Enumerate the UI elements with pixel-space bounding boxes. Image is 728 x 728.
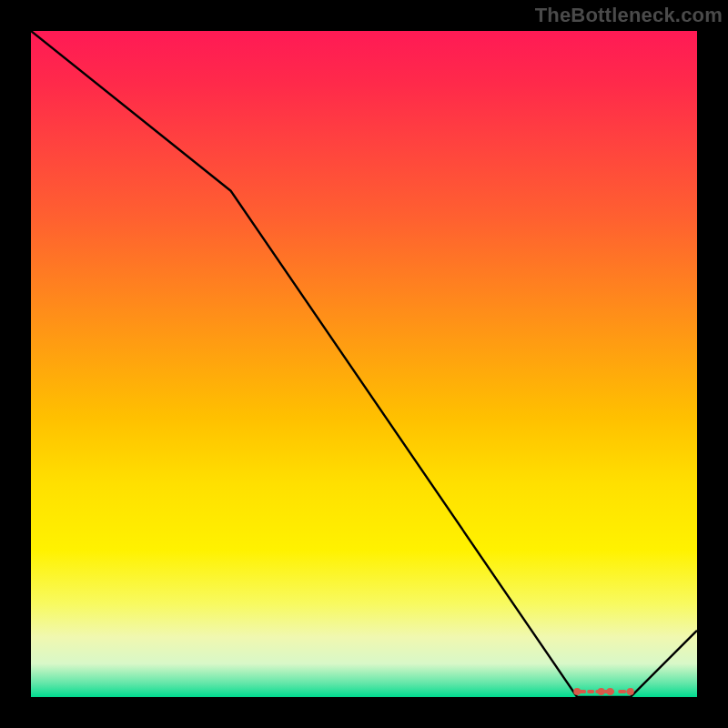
- marker-dot: [607, 688, 614, 695]
- chart-plot-area: [31, 31, 697, 697]
- marker-dot: [627, 688, 634, 695]
- marker-dot: [573, 688, 581, 695]
- chart-svg: [31, 31, 697, 697]
- attribution-text: TheBottleneck.com: [535, 4, 723, 27]
- chart-line-series: [31, 31, 697, 697]
- curve-path: [31, 31, 697, 697]
- chart-marker-band: [573, 688, 634, 695]
- marker-dot: [598, 688, 605, 695]
- chart-stage: TheBottleneck.com: [0, 0, 728, 728]
